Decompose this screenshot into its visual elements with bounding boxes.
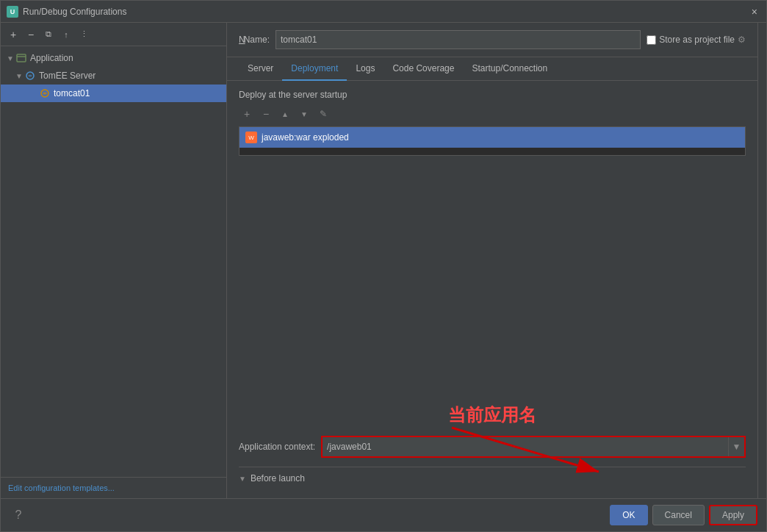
tab-logs[interactable]: Logs: [347, 57, 384, 81]
deploy-item-label: javaweb:war exploded: [262, 132, 349, 143]
add-config-button[interactable]: +: [5, 26, 21, 43]
title-bar-text: Run/Debug Configurations: [23, 7, 749, 17]
app-context-label: Application context:: [239, 442, 315, 452]
application-label: Application: [30, 53, 73, 63]
copy-config-button[interactable]: ⧉: [40, 26, 57, 43]
app-context-input-wrapper: ▼: [321, 436, 746, 458]
ok-button[interactable]: OK: [610, 505, 647, 525]
deploy-at-startup-label: Deploy at the server startup: [239, 90, 746, 100]
remove-config-button[interactable]: −: [23, 26, 39, 43]
deployment-tab-content: Deploy at the server startup + − ▲ ▼: [227, 81, 757, 498]
tomcat-icon: [39, 87, 51, 99]
help-button[interactable]: ?: [10, 506, 27, 524]
more-options-button[interactable]: ⋮: [76, 26, 92, 43]
application-group-icon: [15, 52, 27, 64]
store-project-label: Store as project file: [659, 35, 735, 45]
deploy-remove-button[interactable]: −: [258, 106, 274, 122]
tomee-icon: [24, 70, 36, 82]
app-context-row: Application context: ▼: [239, 436, 746, 458]
deploy-list-item[interactable]: W javaweb:war exploded: [240, 127, 745, 148]
dialog-window: U Run/Debug Configurations × + − ⧉ ↑: [0, 0, 767, 532]
gear-icon[interactable]: ⚙: [738, 35, 746, 45]
edit-config-link[interactable]: Edit configuration templates...: [1, 477, 226, 498]
app-icon: U: [7, 6, 18, 18]
deploy-edit-button[interactable]: ✎: [315, 106, 331, 122]
right-panel: NName: Store as project file ⚙ Server De…: [227, 23, 757, 498]
deploy-up-button[interactable]: ▲: [277, 106, 293, 122]
apply-button[interactable]: Apply: [709, 505, 757, 525]
tomee-label: TomEE Server: [39, 71, 96, 81]
tree-arrow-tomee: ▼: [15, 72, 24, 80]
app-context-input[interactable]: [323, 437, 728, 456]
tab-deployment[interactable]: Deployment: [282, 57, 347, 81]
scrollbar[interactable]: [757, 23, 766, 498]
config-tree: ▼ Application ▼: [1, 46, 226, 477]
tab-server[interactable]: Server: [239, 57, 282, 81]
tab-startup-connection[interactable]: Startup/Connection: [463, 57, 556, 81]
name-row: NName: Store as project file ⚙: [227, 23, 757, 57]
app-context-dropdown-button[interactable]: ▼: [728, 437, 744, 456]
before-launch-section[interactable]: ▼ Before launch: [239, 467, 746, 489]
tree-item-application[interactable]: ▼ Application: [1, 49, 226, 67]
cancel-button[interactable]: Cancel: [652, 505, 705, 525]
move-up-button[interactable]: ↑: [58, 26, 74, 43]
name-label: NName:: [239, 35, 270, 45]
title-bar: U Run/Debug Configurations ×: [1, 1, 766, 23]
deploy-toolbar: + − ▲ ▼ ✎: [239, 106, 746, 122]
annotation-chinese-text: 当前应用名: [448, 403, 536, 427]
bottom-bar: ? OK Cancel Apply: [1, 498, 766, 531]
left-panel: + − ⧉ ↑ ⋮ ▼: [1, 23, 227, 498]
before-launch-label: Before launch: [251, 473, 305, 484]
deploy-down-button[interactable]: ▼: [296, 106, 312, 122]
main-content: + − ⧉ ↑ ⋮ ▼: [1, 23, 766, 498]
tree-item-tomcat01[interactable]: tomcat01: [1, 85, 226, 102]
tomcat01-label: tomcat01: [54, 88, 90, 98]
deploy-list: W javaweb:war exploded: [239, 126, 746, 156]
name-input[interactable]: [276, 30, 641, 49]
war-exploded-icon: W: [245, 132, 257, 143]
tree-item-tomee[interactable]: ▼ TomEE Server: [1, 67, 226, 85]
tab-code-coverage[interactable]: Code Coverage: [384, 57, 463, 81]
tabs-bar: Server Deployment Logs Code Coverage Sta…: [227, 57, 757, 81]
left-toolbar: + − ⧉ ↑ ⋮: [1, 23, 226, 46]
close-button[interactable]: ×: [749, 6, 760, 18]
svg-rect-0: [17, 54, 26, 62]
tree-arrow-application: ▼: [7, 54, 15, 62]
deploy-add-button[interactable]: +: [239, 106, 255, 122]
store-project-checkbox[interactable]: [647, 35, 656, 45]
store-project-section: Store as project file ⚙: [647, 35, 746, 45]
